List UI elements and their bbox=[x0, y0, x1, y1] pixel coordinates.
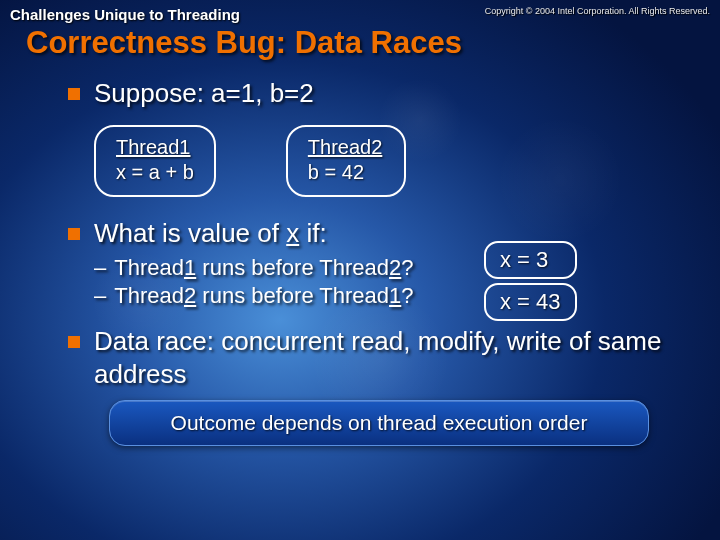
thread-boxes: Thread1 x = a + b Thread2 b = 42 bbox=[94, 125, 690, 197]
answer-stack: x = 3 x = 43 bbox=[478, 241, 577, 321]
whatis-var: x bbox=[286, 218, 299, 248]
scenario-1: – Thread1 runs before Thread2? bbox=[94, 255, 690, 281]
thread1-box: Thread1 x = a + b bbox=[94, 125, 216, 197]
thread2-expr: b = 42 bbox=[308, 161, 364, 183]
s1-mid: runs before Thread bbox=[196, 255, 389, 280]
slide-title: Correctness Bug: Data Races bbox=[0, 23, 720, 61]
thread1-name: Thread1 bbox=[116, 136, 191, 158]
s1-a: 1 bbox=[184, 255, 196, 280]
bullet-text: Suppose: a=1, b=2 bbox=[94, 77, 314, 111]
s2-q: ? bbox=[401, 283, 413, 308]
slide-content: Suppose: a=1, b=2 Thread1 x = a + b Thre… bbox=[0, 61, 720, 446]
thread1-expr: x = a + b bbox=[116, 161, 194, 183]
whatis-post: if: bbox=[299, 218, 326, 248]
header-row: Challenges Unique to Threading Copyright… bbox=[0, 0, 720, 23]
dash-icon: – bbox=[94, 255, 106, 281]
outcome-box: Outcome depends on thread execution orde… bbox=[109, 400, 649, 446]
scenario-list: – Thread1 runs before Thread2? – Thread2… bbox=[94, 255, 690, 309]
s1-b: 2 bbox=[389, 255, 401, 280]
copyright-text: Copyright © 2004 Intel Corporation. All … bbox=[485, 6, 710, 16]
bullet-suppose: Suppose: a=1, b=2 bbox=[68, 77, 690, 111]
bullet-icon bbox=[68, 336, 80, 348]
thread2-box: Thread2 b = 42 bbox=[286, 125, 406, 197]
s2-a: 2 bbox=[184, 283, 196, 308]
s2-b: 1 bbox=[389, 283, 401, 308]
s2-pre: Thread bbox=[114, 283, 184, 308]
dash-icon: – bbox=[94, 283, 106, 309]
bullet-icon bbox=[68, 88, 80, 100]
bullet-icon bbox=[68, 228, 80, 240]
section-label: Challenges Unique to Threading bbox=[10, 6, 240, 23]
s1-q: ? bbox=[401, 255, 413, 280]
whatis-pre: What is value of bbox=[94, 218, 286, 248]
scenario-2: – Thread2 runs before Thread1? bbox=[94, 283, 690, 309]
bullet-whatis: What is value of x if: x = 3 x = 43 bbox=[68, 217, 690, 251]
bullet-text: Data race: concurrent read, modify, writ… bbox=[94, 325, 690, 393]
thread2-name: Thread2 bbox=[308, 136, 383, 158]
s1-pre: Thread bbox=[114, 255, 184, 280]
s2-mid: runs before Thread bbox=[196, 283, 389, 308]
bullet-text: What is value of x if: bbox=[94, 217, 327, 251]
bullet-datarace: Data race: concurrent read, modify, writ… bbox=[68, 325, 690, 393]
